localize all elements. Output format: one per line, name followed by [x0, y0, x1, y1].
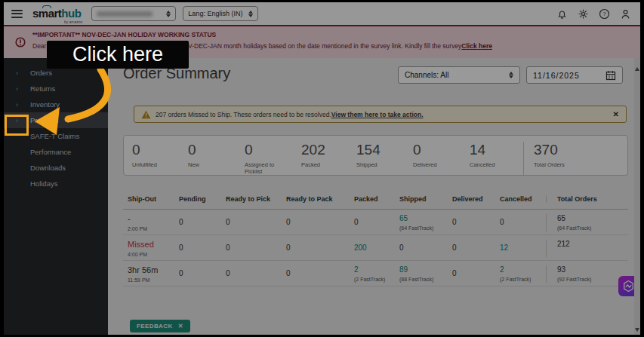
cell-ready-to-pick: 0	[226, 218, 230, 226]
obscured-store-value	[97, 11, 153, 17]
alert-close-icon[interactable]: ✕	[613, 110, 619, 118]
logo-byline: by amazon	[64, 20, 82, 24]
account-user-icon[interactable]	[620, 8, 631, 20]
settings-gear-icon[interactable]	[578, 8, 589, 20]
cell-pending: 0	[179, 218, 183, 226]
calendar-icon	[605, 70, 616, 81]
cell-ready-to-pack: 0	[286, 218, 291, 226]
shipout-time: 2:00 PM	[128, 226, 174, 231]
sidebar-item-returns[interactable]: ›Returns	[4, 81, 108, 97]
stat-assigned-to-picklist: 0Assigned to Picklist	[236, 142, 293, 175]
stat-label: New	[188, 161, 236, 168]
stat-label: Total Orders	[534, 161, 627, 168]
sidebar-item-inventory[interactable]: ›Inventory	[4, 97, 108, 112]
tooltip-text: Click here	[72, 43, 163, 66]
smarthub-logo[interactable]: smarthub by amazon	[32, 8, 81, 20]
date-picker[interactable]: 11/16/2025	[526, 66, 623, 84]
table-header-row: Ship-Out Pending Ready to Pick Ready to …	[123, 188, 628, 210]
alert-text: 207 orders Missed to Ship. These orders …	[156, 111, 331, 118]
cell-packed-link[interactable]: 200	[354, 244, 367, 252]
cell-pending: 0	[179, 269, 183, 277]
logo-text-hub: hub	[61, 7, 81, 20]
channels-select[interactable]: Channels: All	[398, 66, 520, 84]
col-header-packed: Packed	[350, 195, 395, 203]
banner-title: **IMPORTANT** NOV-DEC-JAN HOLIDAY WORKIN…	[32, 31, 633, 38]
stat-value: 0	[188, 142, 236, 158]
cell-sub: (92 FastTrack)	[557, 277, 628, 282]
col-header-cancelled: Cancelled	[495, 195, 546, 203]
cell-shipped-link[interactable]: 89	[399, 265, 448, 274]
stat-value: 14	[470, 142, 523, 158]
banner-click-here-link[interactable]: Click here	[461, 42, 492, 50]
table-row: 3hr 56m11:59 PM 0 0 0 2(2 FastTrack) 89(…	[123, 261, 628, 286]
help-icon[interactable]: ?	[599, 8, 610, 20]
cell-shipped-link[interactable]: 65	[399, 214, 448, 222]
sidebar-item-safe-t-claims[interactable]: SAFE-T Claims	[4, 128, 108, 144]
alert-action-link[interactable]: View them here to take action.	[331, 111, 424, 118]
top-bar: smarthub by amazon Lang: English (IN) ?	[4, 2, 640, 25]
chevron-right-icon: ›	[16, 69, 30, 77]
shipout-slot-missed[interactable]: Missed	[128, 240, 174, 249]
chevron-right-icon: ›	[16, 85, 30, 93]
sidebar-item-performance[interactable]: Performance	[4, 144, 108, 160]
cell-delivered: 0	[452, 218, 457, 226]
cell-total: 65	[557, 214, 628, 222]
warning-triangle-icon	[141, 110, 151, 119]
channels-select-value: Channels: All	[405, 71, 448, 79]
sidebar-item-products[interactable]: ›Products	[4, 112, 108, 128]
vertical-scrollbar[interactable]	[634, 58, 640, 335]
cell-cancelled-link[interactable]: 12	[500, 244, 508, 252]
cell-sub: (2 FastTrack)	[354, 277, 395, 282]
cell-packed-link[interactable]: 2	[354, 265, 395, 274]
language-select[interactable]: Lang: English (IN)	[183, 6, 258, 21]
stat-value: 0	[245, 142, 293, 158]
cell-cancelled-link[interactable]: 2	[500, 265, 546, 274]
scroll-up-arrow-icon[interactable]	[635, 67, 639, 71]
col-header-ready-to-pack: Ready to Pack	[282, 195, 350, 203]
stat-packed: 202Packed	[293, 142, 348, 175]
hamburger-menu-icon[interactable]	[11, 10, 23, 18]
date-value: 11/16/2025	[533, 71, 580, 80]
stat-value: 370	[534, 142, 627, 158]
chevron-right-icon: ›	[16, 117, 30, 124]
col-header-shipped: Shipped	[395, 195, 448, 203]
updown-chevron-icon	[509, 72, 513, 78]
feedback-button[interactable]: FEEDBACK ✕	[130, 320, 190, 332]
awning-icon	[42, 5, 51, 8]
cell-ready-to-pick: 0	[226, 244, 230, 252]
notifications-bell-icon[interactable]	[556, 8, 568, 20]
sidebar-nav: ›Orders ›Returns ›Inventory ›Products SA…	[4, 58, 108, 335]
scroll-down-arrow-icon[interactable]	[635, 328, 639, 332]
stat-shipped: 154Shipped	[348, 142, 405, 175]
stat-label: Shipped	[356, 161, 405, 168]
col-header-ready-to-pick: Ready to Pick	[221, 195, 282, 203]
missed-to-ship-alert: 207 orders Missed to Ship. These orders …	[134, 106, 627, 123]
sidebar-item-holidays[interactable]: Holidays	[4, 176, 108, 191]
stat-value: 0	[413, 142, 461, 158]
stat-value: 0	[132, 142, 180, 158]
cell-sub: (64 FastTrack)	[557, 225, 628, 231]
cell-sub: (64 FastTrack)	[399, 225, 448, 231]
cell-ready-to-pack: 0	[286, 244, 291, 252]
shipout-table: Ship-Out Pending Ready to Pick Ready to …	[123, 188, 628, 286]
store-select[interactable]	[91, 6, 176, 21]
stat-cancelled: 14Cancelled	[461, 142, 523, 175]
feedback-close-icon[interactable]: ✕	[178, 323, 183, 329]
sidebar-item-downloads[interactable]: Downloads	[4, 160, 108, 176]
sidebar-item-label: Performance	[30, 148, 71, 156]
topbar-icon-group: ?	[556, 8, 631, 20]
sidebar-item-label: SAFE-T Claims	[30, 132, 79, 140]
cell-packed: 0	[354, 218, 359, 226]
tutorial-tooltip: Click here	[47, 41, 189, 69]
exclamation-circle-icon	[15, 37, 26, 47]
cell-delivered: 0	[452, 244, 457, 252]
svg-text:?: ?	[602, 11, 606, 17]
table-row: Missed4:00 PM 0 0 0 200 0 0 12 212	[123, 235, 628, 261]
sidebar-item-label: Holidays	[30, 179, 57, 188]
order-stats-card: 0Unfulfilled 0New 0Assigned to Picklist …	[123, 135, 628, 176]
language-select-value: Lang: English (IN)	[188, 10, 242, 17]
stat-new: 0New	[180, 142, 236, 175]
cell-sub: (2 FastTrack)	[500, 277, 546, 282]
updown-chevron-icon	[166, 11, 171, 17]
stat-label: Delivered	[413, 161, 461, 168]
